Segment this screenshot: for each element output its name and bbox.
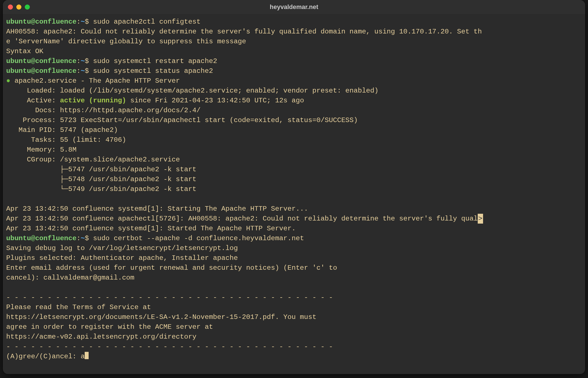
certbot-line: Enter email address (used for urgent ren… xyxy=(6,264,337,272)
output-line: e 'ServerName' directive globally to sup… xyxy=(6,38,246,45)
service-docs: Docs: https://httpd.apache.org/docs/2.4/ xyxy=(6,107,201,114)
prompt-at: @ xyxy=(31,67,35,75)
certbot-line: Plugins selected: Authenticator apache, … xyxy=(6,254,238,262)
prompt-host: confluence xyxy=(35,57,77,65)
zoom-icon[interactable] xyxy=(25,4,30,10)
agree-prompt-label: (A)gree/(C)ancel: xyxy=(6,353,81,360)
cursor-icon xyxy=(85,352,89,359)
certbot-line: Saving debug log to /var/log/letsencrypt… xyxy=(6,244,238,252)
service-active-rest: since Fri 2021-04-23 13:42:50 UTC; 12s a… xyxy=(126,97,304,104)
line-continuation-icon: > xyxy=(478,214,483,224)
prompt-host: confluence xyxy=(35,235,77,242)
prompt-path: ~ xyxy=(81,67,85,75)
prompt-user: ubuntu xyxy=(6,67,31,75)
command-4: sudo certbot --apache -d confluence.heyv… xyxy=(93,235,304,242)
tos-line: https://acme-v02.api.letsencrypt.org/dir… xyxy=(6,333,196,341)
agree-prompt-input[interactable]: a xyxy=(81,353,85,360)
service-tree: └─5749 /usr/sbin/apache2 -k start xyxy=(6,185,196,193)
service-mainpid: Main PID: 5747 (apache2) xyxy=(6,126,118,134)
prompt-user: ubuntu xyxy=(6,18,31,26)
status-bullet-icon: ● xyxy=(6,77,10,85)
titlebar[interactable]: heyvaldemar.net xyxy=(3,0,585,14)
prompt-host: confluence xyxy=(35,18,77,26)
prompt-symbol: $ xyxy=(85,235,89,242)
journal-line: Apr 23 13:42:50 confluence apachectl[572… xyxy=(6,215,478,222)
journal-line: Apr 23 13:42:50 confluence systemd[1]: S… xyxy=(6,225,296,232)
prompt-host: confluence xyxy=(35,67,77,75)
tos-line: Please read the Terms of Service at xyxy=(6,303,151,311)
prompt-colon: : xyxy=(77,18,81,26)
prompt-symbol: $ xyxy=(85,18,89,26)
command-2: sudo systemctl restart apache2 xyxy=(93,57,217,65)
prompt-at: @ xyxy=(31,18,35,26)
service-active-label: Active: xyxy=(6,97,60,104)
command-3: sudo systemctl status apache2 xyxy=(93,67,213,75)
service-process: Process: 5723 ExecStart=/usr/sbin/apache… xyxy=(6,116,358,124)
certbot-line: cancel): callvaldemar@gmail.com xyxy=(6,274,134,282)
service-tasks: Tasks: 55 (limit: 4706) xyxy=(6,136,126,144)
prompt-symbol: $ xyxy=(85,57,89,65)
service-loaded: Loaded: loaded (/lib/systemd/system/apac… xyxy=(6,87,378,94)
prompt-user: ubuntu xyxy=(6,235,31,242)
prompt-colon: : xyxy=(77,67,81,75)
tos-line: agree in order to register with the ACME… xyxy=(6,323,213,331)
prompt-user: ubuntu xyxy=(6,57,31,65)
prompt-path: ~ xyxy=(81,18,85,26)
service-active-value: active (running) xyxy=(60,97,126,104)
command-1: sudo apache2ctl configtest xyxy=(93,18,201,26)
terminal-window: heyvaldemar.net ubuntu@confluence:~$ sud… xyxy=(3,0,585,374)
window-title: heyvaldemar.net xyxy=(3,0,585,14)
prompt-at: @ xyxy=(31,235,35,242)
service-memory: Memory: 5.8M xyxy=(6,146,77,154)
close-icon[interactable] xyxy=(8,4,13,10)
tos-line: https://letsencrypt.org/documents/LE-SA-… xyxy=(6,313,317,321)
prompt-symbol: $ xyxy=(85,67,89,75)
service-cgroup: CGroup: /system.slice/apache2.service xyxy=(6,156,180,163)
minimize-icon[interactable] xyxy=(16,4,21,10)
output-line: Syntax OK xyxy=(6,48,43,55)
prompt-path: ~ xyxy=(81,235,85,242)
service-tree: ├─5748 /usr/sbin/apache2 -k start xyxy=(6,176,196,183)
separator: - - - - - - - - - - - - - - - - - - - - … xyxy=(6,294,333,301)
service-tree: ├─5747 /usr/sbin/apache2 -k start xyxy=(6,166,196,173)
journal-line: Apr 23 13:42:50 confluence systemd[1]: S… xyxy=(6,205,308,213)
prompt-at: @ xyxy=(31,57,35,65)
separator: - - - - - - - - - - - - - - - - - - - - … xyxy=(6,343,333,350)
window-controls xyxy=(8,4,30,10)
terminal-body[interactable]: ubuntu@confluence:~$ sudo apache2ctl con… xyxy=(3,14,585,361)
service-header: apache2.service - The Apache HTTP Server xyxy=(14,77,180,85)
prompt-colon: : xyxy=(77,57,81,65)
prompt-path: ~ xyxy=(81,57,85,65)
prompt-colon: : xyxy=(77,235,81,242)
output-line: AH00558: apache2: Could not reliably det… xyxy=(6,28,482,35)
